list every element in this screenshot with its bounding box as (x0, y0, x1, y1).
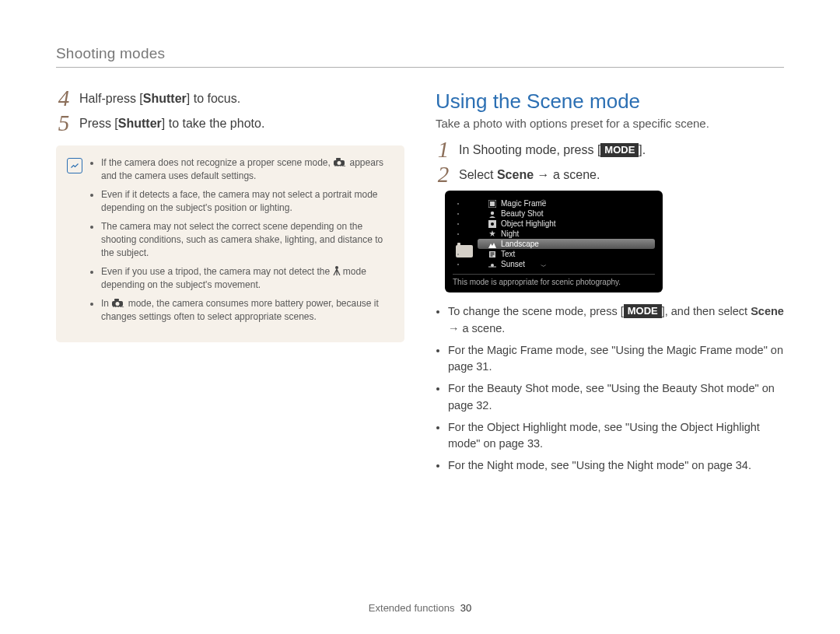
smart-auto-icon: SMART (333, 157, 347, 166)
smart-auto-icon: SMART (111, 298, 125, 307)
columns: 4 Half-press [Shutter] to focus. 5 Press… (56, 89, 784, 479)
text-part: mode, the camera consumes more battery p… (101, 298, 379, 322)
svg-text:SMART: SMART (113, 306, 124, 307)
beauty-shot-icon (488, 210, 496, 218)
step-2: 2 Select Scene → a scene. (436, 166, 784, 186)
key-label: Scene (751, 305, 784, 317)
svg-point-13 (491, 222, 494, 226)
text-part: Select (459, 168, 497, 181)
text-part: In (101, 298, 111, 309)
scene-label: Magic Frame (501, 199, 546, 208)
svg-rect-19 (488, 266, 496, 267)
scene-label: Landscape (501, 240, 539, 248)
text-part: In Shooting mode, press [ (459, 143, 600, 156)
night-icon (488, 230, 496, 238)
mode-badge: MODE (624, 304, 662, 318)
step-4: 4 Half-press [Shutter] to focus. (56, 89, 404, 110)
note-icon (67, 158, 82, 173)
text-part: a scene. (463, 322, 506, 335)
step-text: Half-press [Shutter] to focus. (79, 89, 404, 110)
text-icon (488, 250, 496, 258)
chevron-down-icon: ﹀ (541, 262, 547, 271)
step-text: In Shooting mode, press [MODE]. (459, 141, 784, 161)
page-footer: Extended functions 30 (0, 602, 840, 614)
chevron-up-icon: ︿ (541, 195, 547, 204)
svg-rect-15 (491, 252, 495, 253)
tripod-icon (333, 266, 341, 275)
scene-label: Text (501, 250, 515, 258)
scene-thumb-icon (456, 245, 473, 257)
step-text: Press [Shutter] to take the photo. (79, 114, 404, 135)
object-highlight-icon (488, 220, 496, 228)
text-part: If the camera does not recognize a prope… (101, 157, 333, 168)
arrow: → (448, 322, 463, 335)
scene-menu-item: Night (478, 229, 655, 239)
scene-menu-item: Sunset (478, 259, 655, 269)
mode-badge: MODE (600, 143, 639, 157)
step-number: 5 (56, 112, 72, 135)
bullet-item: For the Night mode, see "Using the Night… (448, 457, 784, 475)
text-part: Press [ (79, 117, 118, 130)
svg-point-4 (335, 266, 338, 269)
landscape-icon (488, 240, 496, 248)
svg-rect-10 (490, 201, 495, 206)
text-part: ] to focus. (187, 92, 240, 105)
scene-label: Night (501, 229, 519, 238)
step-number: 4 (56, 87, 72, 110)
bullet-item: For the Object Highlight mode, see "Usin… (448, 419, 784, 454)
text-part: ]. (639, 143, 646, 156)
right-column: Using the Scene mode Take a photo with o… (436, 89, 784, 479)
svg-point-11 (491, 211, 494, 214)
svg-rect-6 (114, 299, 119, 301)
scene-menu-item: Beauty Shot (478, 208, 655, 219)
text-part: To change the scene mode, press [ (448, 305, 624, 317)
scene-menu-item: Magic Frame (478, 198, 655, 208)
svg-point-18 (491, 264, 494, 267)
text-part: ], and then select (662, 305, 751, 317)
scene-description: This mode is appropriate for scenic phot… (453, 274, 655, 286)
key-label: Shutter (118, 117, 162, 130)
left-column: 4 Half-press [Shutter] to focus. 5 Press… (56, 89, 404, 342)
bullet-item: For the Magic Frame mode, see "Using the… (448, 342, 784, 377)
scene-label: Object Highlight (501, 219, 556, 228)
page-number: 30 (460, 602, 471, 614)
magic-frame-icon (488, 200, 496, 208)
note-list: If the camera does not recognize a prope… (90, 156, 392, 328)
scene-notes: To change the scene mode, press [MODE], … (436, 303, 784, 475)
scene-menu-item: Object Highlight (478, 219, 655, 229)
svg-rect-16 (491, 254, 495, 254)
note-item: Even if you use a tripod, the camera may… (101, 265, 392, 292)
info-note: If the camera does not recognize a prope… (56, 145, 404, 342)
svg-rect-1 (336, 158, 341, 160)
text-part: Even if you use a tripod, the camera may… (101, 266, 333, 277)
note-item: The camera may not select the correct sc… (101, 220, 392, 261)
manual-page: Shooting modes 4 Half-press [Shutter] to… (0, 0, 840, 634)
note-item: In SMART mode, the camera consumes more … (101, 297, 392, 324)
note-item: If the camera does not recognize a prope… (101, 156, 392, 184)
step-5: 5 Press [Shutter] to take the photo. (56, 114, 404, 135)
scene-label: Beauty Shot (501, 209, 543, 218)
text-part: ] to take the photo. (162, 117, 265, 130)
bullet-item: To change the scene mode, press [MODE], … (448, 303, 784, 338)
bullet-item: For the Beauty Shot mode, see "Using the… (448, 380, 784, 415)
note-item: Even if it detects a face, the camera ma… (101, 188, 392, 215)
scene-mode-subtitle: Take a photo with options preset for a s… (436, 117, 784, 130)
svg-rect-17 (491, 255, 493, 256)
svg-text:SMART: SMART (334, 165, 346, 166)
key-label: Shutter (143, 92, 187, 105)
text-part: Half-press [ (79, 92, 143, 105)
key-label: Scene (497, 168, 534, 181)
scene-menu-item: Text (478, 249, 655, 259)
section-title: Shooting modes (56, 45, 784, 68)
step-text: Select Scene → a scene. (459, 166, 784, 186)
step-1: 1 In Shooting mode, press [MODE]. (436, 141, 784, 161)
scene-menu-screenshot: ︿ Magic Frame Beauty Shot Object Highlig… (445, 191, 663, 292)
scene-menu-item-selected: Landscape (478, 239, 655, 249)
sunset-icon (488, 261, 496, 268)
step-number: 2 (436, 163, 451, 186)
step-number: 1 (436, 138, 451, 161)
text-part: a scene. (553, 168, 600, 181)
scene-mode-heading: Using the Scene mode (436, 89, 784, 114)
arrow: → (534, 168, 553, 181)
footer-section: Extended functions (369, 602, 455, 614)
